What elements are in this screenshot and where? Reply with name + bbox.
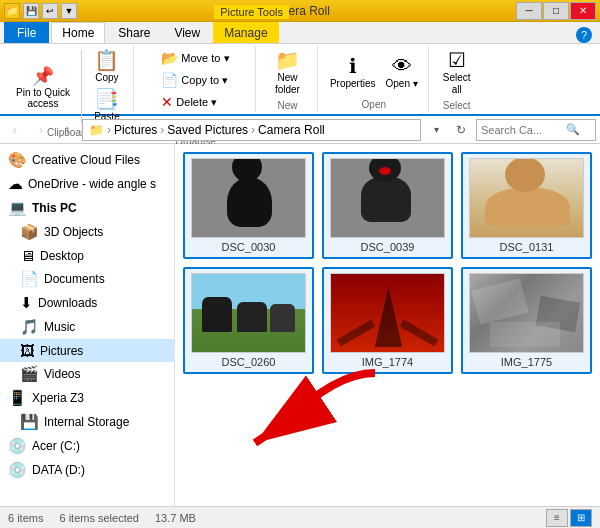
pin-to-quick-access-button[interactable]: 📌 Pin to Quick access	[10, 63, 76, 111]
main-area: 🎨 Creative Cloud Files ☁ OneDrive - wide…	[0, 144, 600, 506]
new-folder-button[interactable]: 📁 New folder	[267, 48, 307, 98]
move-icon: 📂	[161, 50, 178, 66]
forward-button[interactable]: ›	[30, 119, 52, 141]
sidebar-item-desktop[interactable]: 🖥 Desktop	[0, 244, 174, 267]
sidebar-item-downloads[interactable]: ⬇ Downloads	[0, 291, 174, 315]
paste-icon: 📑	[94, 89, 119, 109]
sidebar-item-documents[interactable]: 📄 Documents	[0, 267, 174, 291]
internal-storage-icon: 💾	[20, 413, 39, 431]
file-item-dsc0260[interactable]: DSC_0260	[183, 267, 314, 374]
thumbnail-dsc0260	[191, 273, 306, 353]
select-icon: ☑	[448, 50, 466, 70]
tab-manage-label: Manage	[224, 26, 267, 40]
copy-icon: 📋	[94, 50, 119, 70]
minimize-button[interactable]: ─	[516, 2, 542, 20]
address-path[interactable]: 📁 › Pictures › Saved Pictures › Camera R…	[82, 119, 421, 141]
sidebar-item-internal-storage[interactable]: 💾 Internal Storage	[0, 410, 174, 434]
clipboard-items: 📌 Pin to Quick access 📋 Copy 📑 Paste	[10, 48, 127, 125]
acer-c-icon: 💿	[8, 437, 27, 455]
help-button[interactable]: ?	[576, 27, 592, 43]
back-button[interactable]: ‹	[4, 119, 26, 141]
move-to-button[interactable]: 📂 Move to ▾	[157, 48, 233, 68]
sidebar-item-data-d[interactable]: 💿 DATA (D:)	[0, 458, 174, 482]
address-bar: ‹ › ↑ 📁 › Pictures › Saved Pictures › Ca…	[0, 116, 600, 144]
file-item-dsc0131[interactable]: DSC_0131	[461, 152, 592, 259]
new-group: 📁 New folder New	[258, 46, 318, 112]
open-button[interactable]: 👁 Open ▾	[382, 54, 422, 92]
quick-access-btn3[interactable]: ▼	[61, 3, 77, 19]
sidebar-item-creative-cloud[interactable]: 🎨 Creative Cloud Files	[0, 148, 174, 172]
open-icon: 👁	[392, 56, 412, 76]
sidebar-item-pictures[interactable]: 🖼 Pictures	[0, 339, 174, 362]
clipboard-group: 📌 Pin to Quick access 📋 Copy 📑 Paste Cli…	[4, 46, 134, 112]
tab-file[interactable]: File	[4, 22, 49, 43]
close-button[interactable]: ✕	[570, 2, 596, 20]
thumbnail-img1775	[469, 273, 584, 353]
delete-icon: ✕	[161, 94, 173, 110]
tab-view[interactable]: View	[163, 22, 211, 43]
file-item-dsc0030[interactable]: DSC_0030	[183, 152, 314, 259]
ribbon-tabs: File Home Share View Picture Tools Manag…	[0, 22, 600, 44]
pictures-icon: 🖼	[20, 342, 35, 359]
thumbnail-dsc0039	[330, 158, 445, 238]
copy-paste-col: 📋 Copy 📑 Paste	[87, 48, 127, 125]
documents-icon: 📄	[20, 270, 39, 288]
organise-group: 📂 Move to ▾ 📄 Copy to ▾ ✕ Delete ▾ ✏ Ren…	[136, 46, 256, 112]
expand-button[interactable]: ▾	[425, 119, 447, 141]
open-items: ℹ Properties 👁 Open ▾	[326, 48, 422, 97]
title-bar: 📁 💾 ↩ ▼ Camera Roll ─ □ ✕	[0, 0, 600, 22]
file-item-img1774[interactable]: IMG_1774	[322, 267, 453, 374]
up-button[interactable]: ↑	[56, 119, 78, 141]
delete-button[interactable]: ✕ Delete ▾	[157, 92, 233, 112]
sidebar-item-3d-objects[interactable]: 📦 3D Objects	[0, 220, 174, 244]
sidebar-item-videos[interactable]: 🎬 Videos	[0, 362, 174, 386]
select-group: ☑ Select all Select	[431, 46, 483, 112]
new-folder-icon: 📁	[275, 50, 300, 70]
creative-cloud-icon: 🎨	[8, 151, 27, 169]
3d-objects-icon: 📦	[20, 223, 39, 241]
item-count: 6 items	[8, 512, 43, 524]
thumbnail-dsc0131	[469, 158, 584, 238]
select-all-button[interactable]: ☑ Select all	[437, 48, 477, 98]
sidebar-item-acer-c[interactable]: 💿 Acer (C:)	[0, 434, 174, 458]
quick-access-btn1[interactable]: 💾	[23, 3, 39, 19]
path-saved-pictures[interactable]: Saved Pictures	[167, 123, 248, 137]
picture-tools-label: Picture Tools	[214, 5, 289, 19]
file-size: 13.7 MB	[155, 512, 196, 524]
desktop-icon: 🖥	[20, 247, 35, 264]
maximize-button[interactable]: □	[543, 2, 569, 20]
filename-dsc0131: DSC_0131	[500, 241, 554, 253]
thumbnail-dsc0030	[191, 158, 306, 238]
path-pictures[interactable]: Pictures	[114, 123, 157, 137]
window-controls: ─ □ ✕	[516, 2, 596, 20]
sidebar-item-onedrive[interactable]: ☁ OneDrive - wide angle s	[0, 172, 174, 196]
file-item-img1775[interactable]: IMG_1775	[461, 267, 592, 374]
sidebar-item-music[interactable]: 🎵 Music	[0, 315, 174, 339]
sidebar: 🎨 Creative Cloud Files ☁ OneDrive - wide…	[0, 144, 175, 506]
new-label: New	[277, 98, 297, 111]
large-icons-view-button[interactable]: ⊞	[570, 509, 592, 527]
tab-picture-tools[interactable]: Picture Tools Manage	[213, 22, 278, 43]
search-box[interactable]: 🔍	[476, 119, 596, 141]
new-items: 📁 New folder	[267, 48, 307, 98]
path-camera-roll[interactable]: Camera Roll	[258, 123, 325, 137]
view-buttons: ≡ ⊞	[546, 509, 592, 527]
select-items: ☑ Select all	[437, 48, 477, 98]
search-input[interactable]	[481, 124, 566, 136]
title-bar-left: 📁 💾 ↩ ▼	[4, 3, 77, 19]
tab-home[interactable]: Home	[51, 22, 105, 43]
open-group: ℹ Properties 👁 Open ▾ Open	[320, 46, 429, 112]
thumbnail-img1774	[330, 273, 445, 353]
sidebar-item-xperia[interactable]: 📱 Xperia Z3	[0, 386, 174, 410]
file-item-dsc0039[interactable]: DSC_0039	[322, 152, 453, 259]
tab-share[interactable]: Share	[107, 22, 161, 43]
sidebar-item-this-pc[interactable]: 💻 This PC	[0, 196, 174, 220]
details-view-button[interactable]: ≡	[546, 509, 568, 527]
refresh-button[interactable]: ↻	[450, 119, 472, 141]
properties-button[interactable]: ℹ Properties	[326, 54, 380, 92]
address-bar-actions: ▾ ↻	[425, 119, 472, 141]
quick-access-btn2[interactable]: ↩	[42, 3, 58, 19]
copy-to-button[interactable]: 📄 Copy to ▾	[157, 70, 233, 90]
onedrive-icon: ☁	[8, 175, 23, 193]
copy-button[interactable]: 📋 Copy	[87, 48, 127, 86]
